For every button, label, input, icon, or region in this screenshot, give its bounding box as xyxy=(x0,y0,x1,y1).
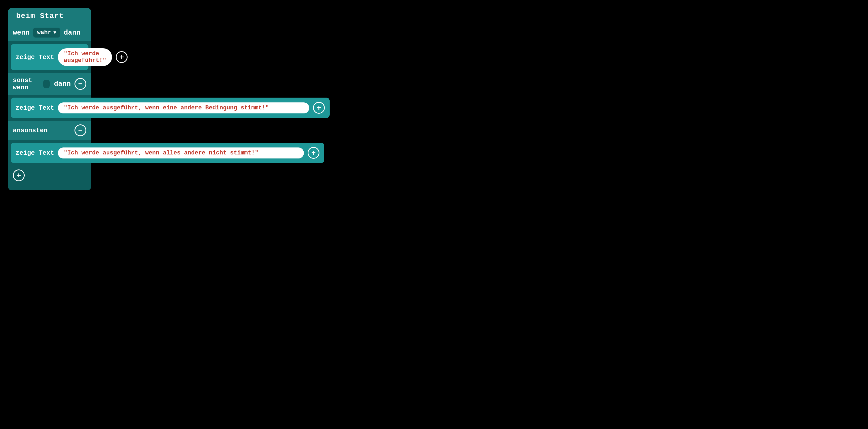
zeige-text-block-3: zeige Text "Ich werde ausgeführt, wenn a… xyxy=(11,143,324,163)
sonst-wenn-row: sonst wenn dann − xyxy=(8,73,91,95)
plus-icon-2: + xyxy=(317,104,321,112)
text-pill-value-2: "Ich werde ausgeführt, wenn eine andere … xyxy=(64,105,269,111)
zeige-text-block-1: zeige Text "Ich werde ausgeführt!" + xyxy=(11,44,88,70)
if-block-outer: wenn wahr ▼ dann zeige Text "Ich werde a… xyxy=(8,24,91,190)
zeige-text-label-1: zeige Text xyxy=(16,54,54,61)
remove-button-ansonsten[interactable]: − xyxy=(74,124,86,136)
add-button-3[interactable]: + xyxy=(308,147,319,159)
wahr-dropdown[interactable]: wahr ▼ xyxy=(33,28,60,37)
zeige-text-label-3: zeige Text xyxy=(16,149,54,156)
text-pill-1[interactable]: "Ich werde ausgeführt!" xyxy=(58,48,112,66)
beim-start-header: beim Start xyxy=(8,8,91,24)
dann-label-2: dann xyxy=(54,80,71,88)
beim-start-label: beim Start xyxy=(16,12,64,20)
text-pill-2[interactable]: "Ich werde ausgeführt, wenn eine andere … xyxy=(58,103,309,113)
workspace: beim Start wenn wahr ▼ dann zeige Text "… xyxy=(8,8,91,190)
plus-icon-1: + xyxy=(120,53,124,61)
add-branch-button[interactable]: + xyxy=(13,169,25,181)
add-button-2[interactable]: + xyxy=(313,102,325,114)
minus-icon-1: − xyxy=(78,80,83,88)
text-pill-value-1: "Ich werde ausgeführt!" xyxy=(64,50,106,64)
add-button-1[interactable]: + xyxy=(116,51,128,63)
bottom-plus-row: + xyxy=(8,166,91,185)
remove-button-sonst-wenn[interactable]: − xyxy=(74,78,86,90)
ansonsten-row: ansonsten − xyxy=(8,121,91,140)
wenn-label: wenn xyxy=(13,29,29,37)
empty-hex-slot xyxy=(42,80,50,88)
minus-icon-2: − xyxy=(78,126,83,134)
dann-label: dann xyxy=(64,29,81,37)
plus-icon-bottom: + xyxy=(17,172,21,179)
ansonsten-label: ansonsten xyxy=(13,127,71,134)
plus-icon-3: + xyxy=(311,149,316,156)
wahr-value: wahr xyxy=(37,29,51,36)
wenn-row: wenn wahr ▼ dann xyxy=(8,24,91,41)
zeige-text-label-2: zeige Text xyxy=(16,104,54,112)
text-pill-3[interactable]: "Ich werde ausgeführt, wenn alles andere… xyxy=(58,147,304,159)
sonst-wenn-label: sonst wenn xyxy=(13,77,39,91)
text-pill-value-3: "Ich werde ausgeführt, wenn alles andere… xyxy=(64,150,258,156)
zeige-text-block-2: zeige Text "Ich werde ausgeführt, wenn e… xyxy=(11,97,330,118)
dropdown-arrow-icon: ▼ xyxy=(53,30,56,35)
